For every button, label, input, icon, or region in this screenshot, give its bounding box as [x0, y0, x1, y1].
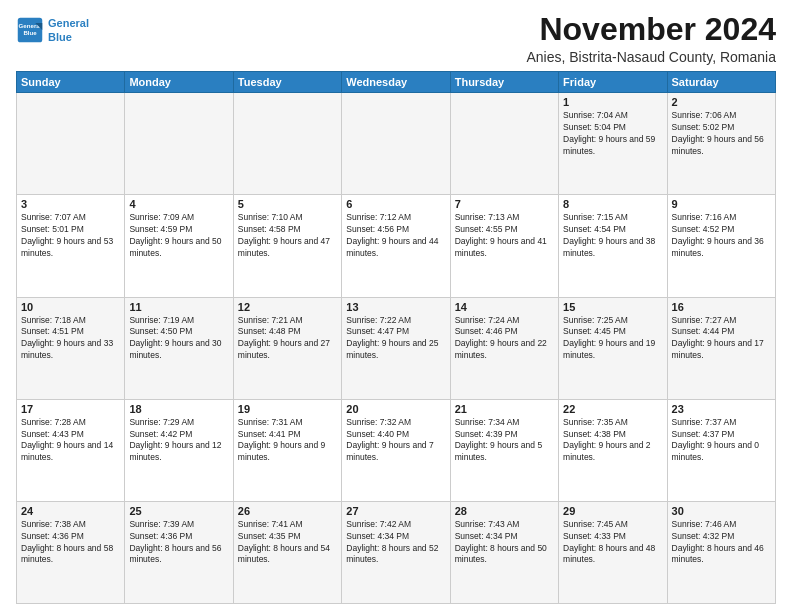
cell-content-line: Sunset: 4:41 PM: [238, 429, 337, 441]
cell-content-line: Daylight: 9 hours and 5 minutes.: [455, 440, 554, 464]
calendar-cell: [342, 93, 450, 195]
calendar-cell: 12Sunrise: 7:21 AMSunset: 4:48 PMDayligh…: [233, 297, 341, 399]
calendar-cell: 2Sunrise: 7:06 AMSunset: 5:02 PMDaylight…: [667, 93, 775, 195]
cell-content-line: Sunrise: 7:42 AM: [346, 519, 445, 531]
calendar-week-1: 1Sunrise: 7:04 AMSunset: 5:04 PMDaylight…: [17, 93, 776, 195]
cell-content-line: Daylight: 8 hours and 52 minutes.: [346, 543, 445, 567]
day-number: 7: [455, 198, 554, 210]
day-number: 25: [129, 505, 228, 517]
cell-content-line: Daylight: 9 hours and 53 minutes.: [21, 236, 120, 260]
cell-content-line: Sunset: 4:46 PM: [455, 326, 554, 338]
cell-content-line: Daylight: 8 hours and 46 minutes.: [672, 543, 771, 567]
cell-content-line: Sunset: 4:58 PM: [238, 224, 337, 236]
calendar-cell: 23Sunrise: 7:37 AMSunset: 4:37 PMDayligh…: [667, 399, 775, 501]
cell-content-line: Sunset: 4:59 PM: [129, 224, 228, 236]
cell-content-line: Sunrise: 7:07 AM: [21, 212, 120, 224]
cell-content-line: Sunset: 4:48 PM: [238, 326, 337, 338]
cell-content-line: Daylight: 9 hours and 9 minutes.: [238, 440, 337, 464]
day-number: 19: [238, 403, 337, 415]
logo-blue: Blue: [48, 30, 89, 44]
cell-content-line: Daylight: 9 hours and 59 minutes.: [563, 134, 662, 158]
cell-content-line: Daylight: 9 hours and 30 minutes.: [129, 338, 228, 362]
calendar-week-5: 24Sunrise: 7:38 AMSunset: 4:36 PMDayligh…: [17, 501, 776, 603]
cell-content-line: Sunset: 4:52 PM: [672, 224, 771, 236]
day-number: 17: [21, 403, 120, 415]
cell-content-line: Sunrise: 7:35 AM: [563, 417, 662, 429]
day-number: 16: [672, 301, 771, 313]
cell-content-line: Daylight: 9 hours and 33 minutes.: [21, 338, 120, 362]
title-section: November 2024 Anies, Bistrita-Nasaud Cou…: [526, 12, 776, 65]
cell-content-line: Sunrise: 7:38 AM: [21, 519, 120, 531]
weekday-row: SundayMondayTuesdayWednesdayThursdayFrid…: [17, 72, 776, 93]
calendar-cell: 19Sunrise: 7:31 AMSunset: 4:41 PMDayligh…: [233, 399, 341, 501]
cell-content-line: Sunset: 5:01 PM: [21, 224, 120, 236]
page-header: General Blue General Blue November 2024 …: [16, 12, 776, 65]
logo-general: General: [48, 17, 89, 29]
calendar-week-4: 17Sunrise: 7:28 AMSunset: 4:43 PMDayligh…: [17, 399, 776, 501]
cell-content-line: Daylight: 9 hours and 22 minutes.: [455, 338, 554, 362]
cell-content-line: Sunrise: 7:19 AM: [129, 315, 228, 327]
cell-content-line: Sunset: 4:55 PM: [455, 224, 554, 236]
cell-content-line: Daylight: 9 hours and 56 minutes.: [672, 134, 771, 158]
cell-content-line: Daylight: 9 hours and 17 minutes.: [672, 338, 771, 362]
day-number: 15: [563, 301, 662, 313]
day-number: 27: [346, 505, 445, 517]
weekday-header-wednesday: Wednesday: [342, 72, 450, 93]
weekday-header-thursday: Thursday: [450, 72, 558, 93]
cell-content-line: Sunset: 4:44 PM: [672, 326, 771, 338]
cell-content-line: Daylight: 9 hours and 0 minutes.: [672, 440, 771, 464]
cell-content-line: Sunset: 4:42 PM: [129, 429, 228, 441]
calendar-cell: [233, 93, 341, 195]
day-number: 1: [563, 96, 662, 108]
logo-icon: General Blue: [16, 16, 44, 44]
cell-content-line: Sunset: 4:43 PM: [21, 429, 120, 441]
cell-content-line: Sunset: 4:33 PM: [563, 531, 662, 543]
calendar-cell: 3Sunrise: 7:07 AMSunset: 5:01 PMDaylight…: [17, 195, 125, 297]
day-number: 30: [672, 505, 771, 517]
cell-content-line: Sunrise: 7:22 AM: [346, 315, 445, 327]
day-number: 20: [346, 403, 445, 415]
day-number: 10: [21, 301, 120, 313]
day-number: 12: [238, 301, 337, 313]
cell-content-line: Sunrise: 7:13 AM: [455, 212, 554, 224]
calendar-cell: 26Sunrise: 7:41 AMSunset: 4:35 PMDayligh…: [233, 501, 341, 603]
cell-content-line: Sunset: 4:51 PM: [21, 326, 120, 338]
day-number: 28: [455, 505, 554, 517]
cell-content-line: Sunrise: 7:10 AM: [238, 212, 337, 224]
cell-content-line: Sunrise: 7:27 AM: [672, 315, 771, 327]
cell-content-line: Sunrise: 7:31 AM: [238, 417, 337, 429]
calendar-cell: [17, 93, 125, 195]
cell-content-line: Daylight: 9 hours and 50 minutes.: [129, 236, 228, 260]
cell-content-line: Sunset: 4:35 PM: [238, 531, 337, 543]
cell-content-line: Sunrise: 7:24 AM: [455, 315, 554, 327]
day-number: 18: [129, 403, 228, 415]
cell-content-line: Sunset: 4:47 PM: [346, 326, 445, 338]
day-number: 5: [238, 198, 337, 210]
calendar-cell: 22Sunrise: 7:35 AMSunset: 4:38 PMDayligh…: [559, 399, 667, 501]
cell-content-line: Daylight: 9 hours and 47 minutes.: [238, 236, 337, 260]
cell-content-line: Sunrise: 7:15 AM: [563, 212, 662, 224]
calendar-week-3: 10Sunrise: 7:18 AMSunset: 4:51 PMDayligh…: [17, 297, 776, 399]
cell-content-line: Daylight: 9 hours and 38 minutes.: [563, 236, 662, 260]
cell-content-line: Sunset: 4:36 PM: [129, 531, 228, 543]
calendar-page: General Blue General Blue November 2024 …: [0, 0, 792, 612]
calendar-body: 1Sunrise: 7:04 AMSunset: 5:04 PMDaylight…: [17, 93, 776, 604]
calendar-cell: 20Sunrise: 7:32 AMSunset: 4:40 PMDayligh…: [342, 399, 450, 501]
calendar-cell: 13Sunrise: 7:22 AMSunset: 4:47 PMDayligh…: [342, 297, 450, 399]
day-number: 14: [455, 301, 554, 313]
weekday-header-sunday: Sunday: [17, 72, 125, 93]
cell-content-line: Sunrise: 7:43 AM: [455, 519, 554, 531]
calendar-cell: 8Sunrise: 7:15 AMSunset: 4:54 PMDaylight…: [559, 195, 667, 297]
cell-content-line: Daylight: 9 hours and 27 minutes.: [238, 338, 337, 362]
cell-content-line: Sunrise: 7:39 AM: [129, 519, 228, 531]
cell-content-line: Sunrise: 7:34 AM: [455, 417, 554, 429]
cell-content-line: Sunrise: 7:32 AM: [346, 417, 445, 429]
logo: General Blue General Blue: [16, 16, 89, 45]
cell-content-line: Sunrise: 7:21 AM: [238, 315, 337, 327]
cell-content-line: Daylight: 9 hours and 25 minutes.: [346, 338, 445, 362]
calendar-cell: [125, 93, 233, 195]
cell-content-line: Sunrise: 7:06 AM: [672, 110, 771, 122]
cell-content-line: Daylight: 8 hours and 56 minutes.: [129, 543, 228, 567]
cell-content-line: Daylight: 8 hours and 58 minutes.: [21, 543, 120, 567]
logo-text: General Blue: [48, 16, 89, 45]
